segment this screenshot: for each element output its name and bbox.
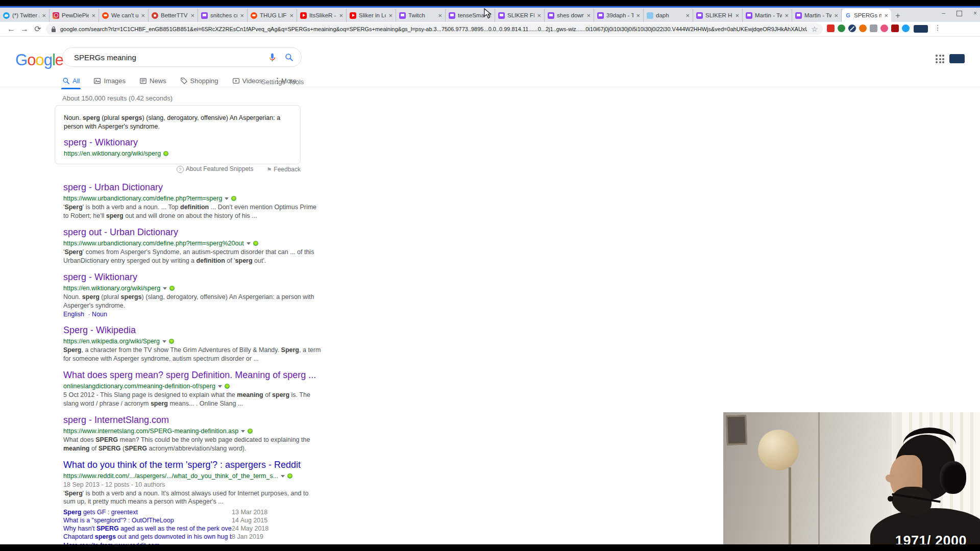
red-square-extension-icon[interactable] bbox=[827, 24, 835, 32]
feedback-link[interactable]: ⚑Feedback bbox=[266, 166, 301, 173]
sitelink[interactable]: Noun bbox=[92, 311, 107, 318]
result-dropdown-caret[interactable] bbox=[218, 385, 222, 388]
result-url[interactable]: onlineslangdictionary.com/meaning-defini… bbox=[63, 382, 321, 391]
featured-snippet-link[interactable]: sperg - Wiktionary bbox=[64, 137, 292, 148]
result-dropdown-caret[interactable] bbox=[241, 430, 245, 433]
search-icon[interactable] bbox=[284, 53, 294, 62]
search-input[interactable] bbox=[73, 53, 260, 62]
orange-swirl-extension-icon[interactable] bbox=[859, 24, 867, 32]
result-url[interactable]: https://www.urbandictionary.com/define.p… bbox=[63, 239, 321, 248]
result-title-link[interactable]: What does sperg mean? sperg Definition. … bbox=[63, 369, 321, 381]
tab-all[interactable]: All bbox=[62, 73, 80, 88]
tab-shopping[interactable]: Shopping bbox=[180, 73, 218, 88]
browser-tab[interactable]: 39daph - T× bbox=[594, 9, 644, 22]
result-title-link[interactable]: sperg out - Urban Dictionary bbox=[63, 227, 321, 238]
browser-tab[interactable]: (*) Twitter /× bbox=[0, 9, 50, 22]
browser-tab[interactable]: snitches cm× bbox=[198, 9, 248, 22]
sublink-title[interactable]: Sperg gets GF : greentext bbox=[63, 508, 232, 516]
tools-link[interactable]: Tools bbox=[288, 78, 304, 86]
browser-tab[interactable]: SLIKER HUR× bbox=[693, 9, 743, 22]
navy-blocker-extension-icon[interactable] bbox=[848, 24, 856, 32]
result-title-link[interactable]: sperg - Urban Dictionary bbox=[63, 182, 321, 193]
result-dropdown-caret[interactable] bbox=[247, 242, 251, 245]
tab-images[interactable]: Images bbox=[93, 73, 126, 88]
tab-close-icon[interactable]: × bbox=[91, 12, 95, 19]
mic-icon[interactable] bbox=[267, 53, 277, 62]
twitter-bird-extension-icon[interactable] bbox=[902, 24, 910, 32]
result-url[interactable]: https://en.wiktionary.org/wiki/sperg bbox=[63, 284, 321, 293]
result-dropdown-caret[interactable] bbox=[281, 475, 285, 478]
browser-tab[interactable]: Martin - Tw× bbox=[792, 9, 842, 22]
tab-close-icon[interactable]: × bbox=[586, 12, 591, 19]
tab-close-icon[interactable]: × bbox=[388, 12, 393, 19]
tab-close-icon[interactable]: × bbox=[537, 12, 541, 19]
google-apps-icon[interactable] bbox=[936, 55, 945, 64]
result-url[interactable]: https://www.internetslang.com/SPERG-mean… bbox=[63, 427, 321, 436]
result-title-link[interactable]: Sperg - Wikipedia bbox=[63, 324, 321, 336]
result-snippet: 'Sperg' is both a verb and a noun. It's … bbox=[63, 489, 321, 506]
sublink-title[interactable]: What is a "sperglord"? : OutOfTheLoop bbox=[63, 516, 232, 524]
maximize-icon[interactable] bbox=[957, 11, 962, 16]
sitelink[interactable]: English bbox=[63, 311, 84, 318]
letterbox-bottom bbox=[0, 544, 980, 551]
browser-tab[interactable]: Martin - Tw× bbox=[743, 9, 792, 22]
browser-tab[interactable]: THUG LIFE :× bbox=[248, 9, 297, 22]
minimize-icon[interactable]: – bbox=[942, 9, 945, 18]
forward-icon[interactable]: → bbox=[19, 24, 30, 34]
google-logo[interactable]: Google bbox=[15, 51, 63, 69]
address-bar[interactable]: google.com/search?rlz=1C1CHBF_enGB851GB8… bbox=[46, 23, 823, 35]
tab-close-icon[interactable]: × bbox=[339, 12, 343, 19]
browser-tab[interactable]: Sliker in Lo× bbox=[347, 9, 396, 22]
result-title-link[interactable]: sperg - Wiktionary bbox=[63, 271, 321, 283]
result-dropdown-caret[interactable] bbox=[225, 197, 229, 200]
tab-close-icon[interactable]: × bbox=[42, 12, 46, 19]
browser-tab[interactable]: SLIKER FRIE× bbox=[495, 9, 545, 22]
new-tab-button[interactable]: + bbox=[891, 10, 904, 22]
tab-news[interactable]: News bbox=[139, 73, 166, 88]
tab-close-icon[interactable]: × bbox=[735, 12, 739, 19]
close-icon[interactable]: × bbox=[973, 9, 977, 18]
browser-menu-icon[interactable]: ⋮ bbox=[934, 23, 941, 32]
result-title-link[interactable]: What do you think of the term 'sperg'? :… bbox=[63, 459, 321, 470]
browser-tab[interactable]: BetterTTV -× bbox=[149, 9, 198, 22]
browser-tab[interactable]: PewDiePie (× bbox=[50, 9, 99, 22]
profile-avatar[interactable] bbox=[914, 25, 928, 33]
bookmark-star-icon[interactable]: ☆ bbox=[811, 25, 818, 33]
tab-close-icon[interactable]: × bbox=[685, 12, 690, 19]
tab-close-icon[interactable]: × bbox=[785, 12, 789, 19]
result-title-link[interactable]: sperg - InternetSlang.com bbox=[63, 414, 321, 425]
browser-tab[interactable]: ItsSlikeR - C× bbox=[297, 9, 347, 22]
sublink-title[interactable]: Chapotard spergs out and gets downvoted … bbox=[63, 533, 232, 541]
browser-tab[interactable]: daph× bbox=[644, 9, 693, 22]
tab-close-icon[interactable]: × bbox=[636, 12, 640, 19]
tab-close-icon[interactable]: × bbox=[884, 12, 888, 19]
result-url[interactable]: https://www.reddit.com/.../aspergers/...… bbox=[63, 471, 321, 481]
green-circle-extension-icon[interactable] bbox=[838, 24, 845, 32]
result-dropdown-caret[interactable] bbox=[163, 287, 167, 290]
streamer-nose bbox=[886, 474, 895, 483]
sublink-title[interactable]: Why hasn't SPERG aged as well as the res… bbox=[63, 524, 232, 533]
gray-square-extension-icon[interactable] bbox=[870, 24, 877, 32]
reload-icon[interactable]: ⟳ bbox=[33, 24, 43, 34]
browser-tab[interactable]: SPERGs me× bbox=[842, 9, 891, 22]
browser-tab[interactable]: We can't us× bbox=[99, 9, 149, 22]
result-url[interactable]: https://www.urbandictionary.com/define.p… bbox=[63, 194, 321, 203]
tab-close-icon[interactable]: × bbox=[289, 12, 293, 19]
tab-close-icon[interactable]: × bbox=[834, 12, 838, 19]
tab-close-icon[interactable]: × bbox=[141, 12, 145, 19]
about-featured-snippets-link[interactable]: ?About Featured Snippets bbox=[177, 165, 254, 173]
tab-close-icon[interactable]: × bbox=[190, 12, 194, 19]
tab-close-icon[interactable]: × bbox=[240, 12, 244, 19]
tab-close-icon[interactable]: × bbox=[438, 12, 442, 19]
result-dropdown-caret[interactable] bbox=[162, 340, 166, 343]
browser-tab[interactable]: Twitch× bbox=[396, 9, 446, 22]
search-box[interactable] bbox=[62, 47, 302, 67]
pink-circle-extension-icon[interactable] bbox=[880, 24, 888, 32]
back-icon[interactable]: ← bbox=[6, 24, 16, 34]
tab-videos[interactable]: Videos bbox=[232, 73, 263, 88]
dark-red-extension-icon[interactable] bbox=[891, 24, 899, 32]
browser-tab[interactable]: shes down× bbox=[545, 9, 594, 22]
account-avatar[interactable] bbox=[949, 54, 965, 63]
settings-link[interactable]: Settings bbox=[261, 78, 285, 86]
result-url[interactable]: https://en.wikipedia.org/wiki/Sperg bbox=[63, 337, 321, 346]
